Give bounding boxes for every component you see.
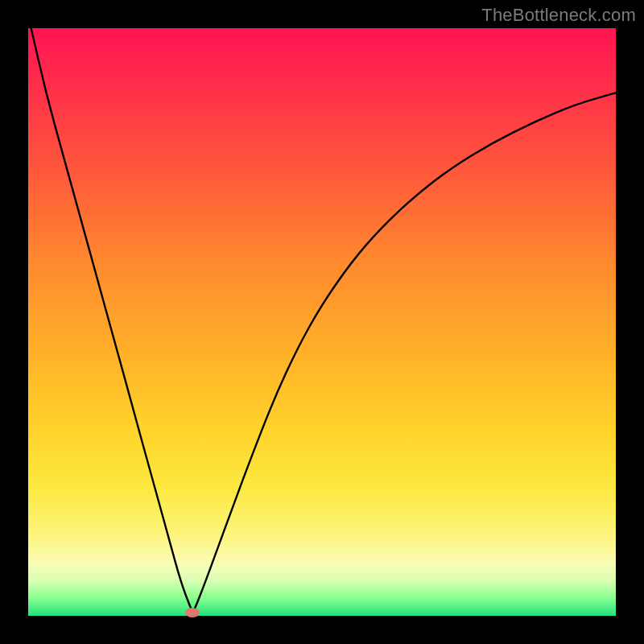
watermark-text: TheBottleneck.com — [481, 5, 636, 26]
curve-svg — [28, 28, 616, 616]
plot-area — [28, 28, 616, 616]
bottleneck-curve-path — [31, 28, 616, 611]
curve-min-marker — [185, 608, 200, 617]
chart-frame: TheBottleneck.com — [0, 0, 644, 644]
